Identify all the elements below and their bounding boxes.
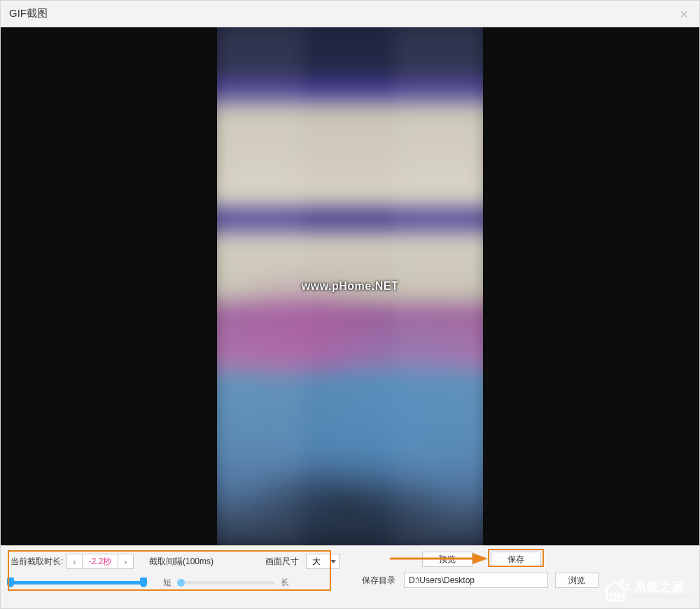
save-path-field[interactable]: D:\Users\Desktop xyxy=(404,573,548,588)
gif-capture-window: GIF截图 × www.pHome.NET 当前截取时长: ‹ -2.2秒 › … xyxy=(0,0,700,609)
save-button[interactable]: 保存 xyxy=(491,552,541,567)
duration-stepper: ‹ -2.2秒 › xyxy=(66,554,134,569)
interval-long-label: 长 xyxy=(281,577,289,589)
window-title: GIF截图 xyxy=(9,7,48,20)
size-label: 画面尺寸 xyxy=(265,556,299,568)
duration-value: -2.2秒 xyxy=(82,554,118,569)
site-logo-en: XITONGZHIJIA.NET xyxy=(634,594,692,601)
duration-label: 当前截取时长: xyxy=(10,556,66,568)
controls-panel: 当前截取时长: ‹ -2.2秒 › 截取间隔(100ms) 画面尺寸 大 预览 … xyxy=(1,545,699,608)
watermark-text: www.pHome.NET xyxy=(302,280,398,293)
preview-area: www.pHome.NET xyxy=(1,27,699,545)
chevron-left-icon: ‹ xyxy=(73,556,76,567)
size-value: 大 xyxy=(312,556,321,568)
close-icon[interactable]: × xyxy=(677,7,691,21)
duration-increase-button[interactable]: › xyxy=(118,554,134,569)
chevron-right-icon: › xyxy=(124,556,127,567)
titlebar: GIF截图 × xyxy=(1,1,699,27)
chevron-down-icon xyxy=(330,560,336,564)
interval-short-label: 短 xyxy=(163,577,172,589)
interval-slider[interactable] xyxy=(177,576,275,589)
savedir-label: 保存目录 xyxy=(362,575,396,587)
preview-image: www.pHome.NET xyxy=(217,27,483,545)
size-select[interactable]: 大 xyxy=(306,554,340,569)
preview-button[interactable]: 预览 xyxy=(422,552,472,567)
duration-slider[interactable] xyxy=(10,576,148,589)
controls-row-1: 当前截取时长: ‹ -2.2秒 › 截取间隔(100ms) 画面尺寸 大 xyxy=(10,554,690,569)
browse-button[interactable]: 浏览 xyxy=(555,573,598,588)
duration-decrease-button[interactable]: ‹ xyxy=(66,554,82,569)
interval-label: 截取间隔(100ms) xyxy=(149,556,214,568)
